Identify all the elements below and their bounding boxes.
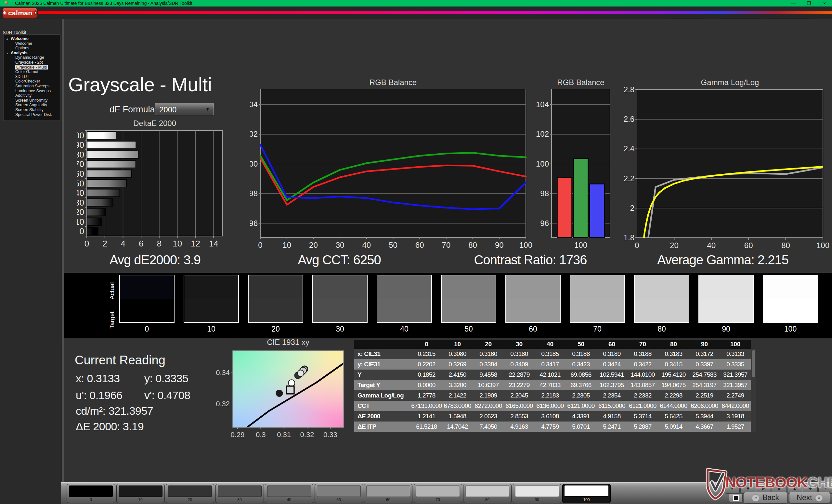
tree-expanded-icon[interactable]: ◢ [6, 37, 8, 41]
level-button-0[interactable]: 0 [67, 484, 115, 503]
svg-text:98: 98 [250, 189, 258, 198]
table-cell: 0.3172 [689, 349, 720, 359]
svg-text:40: 40 [362, 241, 371, 249]
tree-group-welcome[interactable]: ◢Welcome [4, 36, 60, 41]
svg-text:30: 30 [77, 198, 84, 207]
level-button-30[interactable]: 30 [215, 484, 264, 503]
blue-bar [590, 184, 604, 237]
back-button[interactable]: «Back [744, 492, 787, 504]
stop-icon [733, 495, 739, 501]
restore-icon[interactable]: ❐ [806, 0, 812, 6]
strip-level-label: 60 [505, 325, 561, 334]
level-button-40[interactable]: 40 [265, 484, 313, 503]
table-header-cell: 20 [473, 340, 504, 349]
sidebar-item-spectral-power-dist-[interactable]: Spectral Power Dist. [4, 112, 60, 117]
level-button-60[interactable]: 60 [364, 484, 412, 503]
svg-text:CIE 1931 xy: CIE 1931 xy [267, 338, 309, 346]
sidebar-item-screen-stability[interactable]: Screen Stability [4, 108, 60, 112]
table-header-cell: 90 [689, 340, 720, 349]
svg-text:0.31: 0.31 [277, 430, 291, 439]
level-label: 10 [117, 498, 164, 502]
sidebar-item-dynamic-range[interactable]: Dynamic Range [4, 55, 60, 60]
level-button-70[interactable]: 70 [414, 484, 462, 503]
green-bar [574, 159, 588, 237]
svg-text:2: 2 [630, 204, 634, 213]
sidebar-item-grayscale-2pt[interactable]: Grayscale - 2pt [4, 60, 60, 65]
back-label: Back [762, 493, 779, 502]
sidebar-item-saturation-sweeps[interactable]: Saturation Sweeps [4, 84, 60, 89]
swatch-actual [506, 275, 560, 299]
table-cell: 2.2332 [627, 390, 658, 401]
level-button-10[interactable]: 10 [116, 484, 165, 503]
level-button-50[interactable]: 50 [315, 484, 363, 503]
level-swatch [317, 485, 361, 497]
table-cell: 0.3417 [535, 359, 566, 369]
svg-text:60: 60 [415, 241, 424, 249]
cie-point-90 [297, 370, 304, 377]
calman-menu-button[interactable]: ◈ calman ▼ [3, 7, 37, 19]
level-swatch [267, 485, 311, 497]
table-cell: 6272.0000 [473, 401, 504, 411]
next-button[interactable]: Next» [789, 492, 830, 504]
de-formula-select[interactable]: 2000 ▼ [155, 103, 214, 115]
svg-text:0.32: 0.32 [300, 430, 314, 439]
table-cell: 102.3795 [596, 380, 627, 390]
minimize-icon[interactable]: — [790, 0, 796, 6]
svg-text:80: 80 [781, 241, 790, 250]
sidebar-item-3d-lut[interactable]: 3D LUT [4, 74, 60, 79]
sidebar-item-welcome[interactable]: Welcome [4, 41, 60, 46]
table-scrollbar-thumb[interactable] [752, 350, 755, 377]
strip-level-label: 80 [634, 325, 689, 334]
strip-level-label: 10 [184, 325, 239, 334]
svg-text:104: 104 [536, 100, 549, 109]
table-row-target-y: Target Y0.00003.320010.639723.227942.703… [354, 380, 751, 390]
sidebar-item-screen-angularity[interactable]: Screen Angularity [4, 103, 60, 108]
svg-text:2.6: 2.6 [624, 115, 634, 123]
tree-expanded-icon[interactable]: ◢ [6, 51, 8, 56]
sidebar-item-grayscale-multi[interactable]: Grayscale - Multi [4, 65, 60, 70]
sidebar-item-options[interactable]: Options [4, 46, 60, 51]
media-button-0[interactable]: ● [725, 483, 740, 494]
strip-level-label: 0 [119, 325, 175, 334]
svg-text:0: 0 [258, 241, 262, 249]
sidebar: SDR Toolkit ◢WelcomeWelcomeOptions◢Analy… [0, 19, 62, 504]
svg-text:100: 100 [519, 241, 532, 249]
sidebar-item-additivity[interactable]: Additivity [4, 93, 60, 98]
sidebar-item-colorchecker[interactable]: ColorChecker [4, 79, 60, 84]
svg-text:0.34: 0.34 [216, 369, 230, 377]
table-header-cell: 100 [720, 340, 751, 349]
level-swatch [119, 485, 162, 497]
svg-text:RGB Balance: RGB Balance [369, 78, 417, 87]
table-cell: 4.7759 [535, 421, 566, 432]
table-cell: 2.1422 [442, 390, 473, 401]
level-button-20[interactable]: 20 [166, 484, 214, 503]
table-header-cell: 40 [535, 340, 566, 349]
table-row-label: ΔE 2000 [354, 411, 411, 421]
strip-swatch-10 [184, 275, 239, 323]
svg-text:2.2: 2.2 [624, 174, 634, 183]
table-scrollbar[interactable] [751, 349, 756, 432]
table-cell: 5.6425 [658, 411, 689, 421]
stop-button[interactable] [729, 493, 743, 502]
swatch-target [377, 299, 431, 322]
close-icon[interactable]: × [822, 0, 828, 6]
strip-level-label: 70 [570, 325, 625, 334]
svg-text:104: 104 [250, 100, 258, 109]
sidebar-item-screen-uniformity[interactable]: Screen Uniformity [4, 98, 60, 103]
strip-swatch-70 [570, 275, 625, 323]
tree-group-analysis[interactable]: ◢Analysis [4, 51, 60, 56]
svg-text:96: 96 [540, 219, 549, 228]
sidebar-item-luminance-sweeps[interactable]: Luminance Sweeps [4, 89, 60, 93]
table-cell: 0.0000 [411, 380, 442, 390]
table-cell: 0.3397 [689, 359, 720, 369]
next-chevron-icon: » [815, 494, 823, 501]
table-cell: 0.3180 [504, 349, 535, 359]
level-button-80[interactable]: 80 [463, 484, 512, 503]
table-cell: 0.3415 [658, 359, 689, 369]
level-button-90[interactable]: 90 [513, 484, 561, 503]
swatch-target [313, 299, 367, 322]
table-cell: 5.3714 [627, 411, 658, 421]
level-button-100[interactable]: 100 [562, 484, 611, 503]
sidebar-item-color-gamut[interactable]: Color Gamut [4, 69, 60, 74]
svg-text:20: 20 [77, 207, 84, 217]
